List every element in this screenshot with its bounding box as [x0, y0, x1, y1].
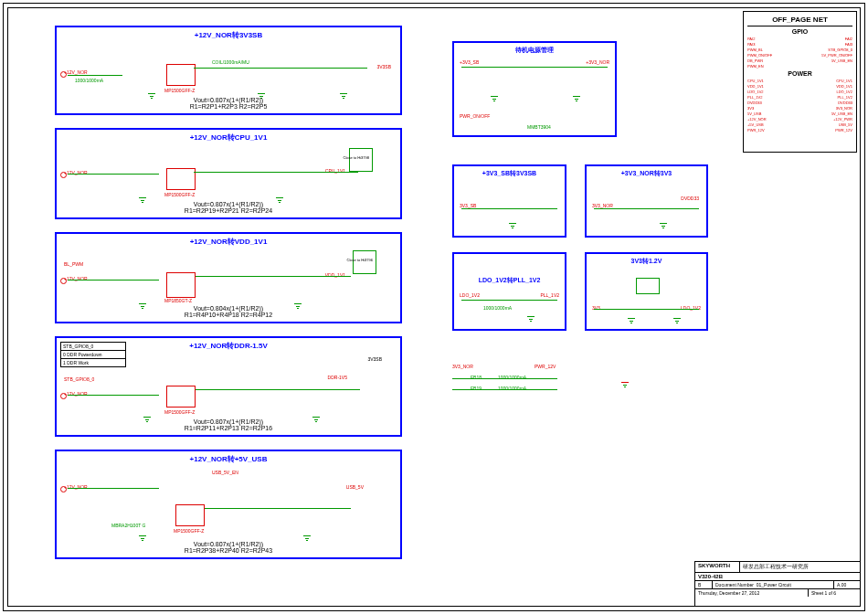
- offpage-title: OFF_PAGE NET: [747, 16, 852, 26]
- net-row: DVDD33DVDD33: [747, 101, 852, 105]
- net-input: +12V_NOR: [64, 484, 88, 490]
- placement-note: Close to Hi3798: [344, 155, 369, 160]
- net-out: DVDD33: [681, 196, 699, 201]
- net-input: +12V_NOR: [64, 170, 88, 175]
- block-title: +3V3_SB转3V3SB: [454, 169, 565, 178]
- gnd-icon: [660, 223, 667, 229]
- net-row: PLL_1V2PLL_1V2: [747, 95, 852, 100]
- net-output: VDD_1V1: [325, 272, 345, 278]
- model: V320-42B: [695, 573, 860, 580]
- gnd-icon: [573, 96, 580, 102]
- block-title: LDO_1V2转PLL_1V2: [454, 276, 565, 285]
- gnd-power-icon: [621, 382, 629, 388]
- gnd-icon: [628, 318, 635, 324]
- port-icon: [60, 172, 67, 178]
- net-row: PAI3FAI3: [747, 42, 852, 47]
- rev: A.00: [834, 581, 860, 588]
- inductor-label: COIL/1000mA/MU: [212, 59, 249, 65]
- gnd-icon: [673, 318, 681, 324]
- net-in: LDO_1V2: [460, 292, 480, 298]
- gnd-icon: [491, 96, 498, 102]
- size: B: [695, 581, 713, 588]
- chip-partnum: MP1500GFF-Z: [164, 192, 195, 197]
- ldo-chip: [636, 278, 660, 294]
- net-output: CPU_1V1: [325, 168, 345, 174]
- port-icon: [60, 486, 67, 492]
- table-header: STB_GPIO8_0: [61, 343, 125, 351]
- wire: [205, 508, 351, 509]
- department: 研发总部工程技术一研究所: [740, 562, 860, 572]
- block-3v3sb: +12V_NOR转3V3SB +12V_NOR 1000/1000mA MP15…: [55, 26, 402, 115]
- block-title: +12V_NOR转+5V_USB: [57, 454, 400, 464]
- note-box: [349, 148, 373, 172]
- wire: [68, 174, 159, 175]
- transistor-label: MMBT3904: [527, 124, 551, 130]
- gnd-icon: [509, 223, 516, 229]
- table-row: 0 DDR Powerdown: [61, 351, 125, 359]
- block-title: 待机电源管理: [454, 46, 615, 55]
- gpio-header: GPIO: [747, 28, 852, 35]
- net-row: VDD_1V1VDD_1V1: [747, 84, 852, 89]
- wire: [194, 172, 358, 173]
- wire: [194, 68, 367, 69]
- wire: [68, 488, 159, 489]
- block-title: +12V_NOR转VDD_1V1: [57, 237, 400, 247]
- title-block: SKYWORTH 研发总部工程技术一研究所 V320-42B B Documen…: [694, 561, 861, 607]
- wire: [68, 395, 159, 396]
- wire: [68, 280, 159, 281]
- net-out: +3V3_NOR: [586, 59, 609, 65]
- table-row: 1 DDR Work: [61, 359, 125, 366]
- block-3v3nor: +3V3_NOR转3V3 3V3_NOR DVDD33: [585, 164, 708, 238]
- ref-des: FB19: [471, 386, 482, 391]
- block-title: 3V3转1.2V: [587, 257, 706, 266]
- net-row: 5V_USB5V_USB_EN: [747, 111, 852, 116]
- net-row: +12V_NOR+12V_PWR: [747, 117, 852, 122]
- power-header: POWER: [747, 70, 852, 77]
- formula: Vout=0.807x(1+(R1/R2))R1=R2P11+R2P13 R2=…: [57, 418, 400, 431]
- wire: [461, 300, 557, 301]
- power-list: CPU_1V1CPU_1V1 VDD_1V1VDD_1V1 LDO_1V2LDO…: [747, 79, 852, 132]
- net-3v3sb-tap: 3V3SB: [367, 356, 382, 362]
- net-in: +3V3_SB: [460, 59, 479, 65]
- regulator-chip: [166, 64, 196, 86]
- block-standby-mgmt: 待机电源管理 +3V3_SB +3V3_NOR PWR_ON/OFF MMBT3…: [452, 41, 617, 137]
- port-icon: [60, 393, 67, 399]
- wire: [461, 208, 557, 209]
- ref-des: FB18: [471, 375, 482, 380]
- regulator-chip: [166, 386, 196, 408]
- net-label: PWR_12V: [535, 364, 556, 369]
- ddr-state-table: STB_GPIO8_0 0 DDR Powerdown 1 DDR Work: [60, 342, 126, 367]
- date: Thursday, December 27, 2012: [695, 589, 809, 597]
- net-pwronoff: PWR_ON/OFF: [460, 113, 490, 119]
- formula: Vout=0.804x(1+(R1/R2))R1=R4P10+R4P18 R2=…: [57, 305, 400, 318]
- wire: [594, 208, 699, 209]
- net-in: 3V3: [592, 305, 600, 311]
- regulator-chip: [166, 168, 196, 190]
- net-output: USB_5V: [346, 484, 364, 490]
- block-3v3-to-1v2: 3V3转1.2V 3V3 LDO_1V2: [585, 252, 708, 331]
- docnum-label: Document Number 01_Power Circuit: [713, 581, 834, 588]
- gnd-icon: [527, 316, 535, 323]
- block-title: +12V_NOR转3V3SB: [57, 30, 400, 40]
- net-usben: USB_5V_EN: [212, 470, 238, 475]
- wire: [196, 389, 360, 390]
- block-cpu1v1: +12V_NOR转CPU_1V1 +12V_NOR MP1500GFF-Z Cl…: [55, 128, 402, 219]
- net-output: 3V3SB: [376, 64, 391, 69]
- chip-partnum: MP1500GFF-Z: [164, 409, 195, 415]
- block-title: +3V3_NOR转3V3: [587, 169, 706, 178]
- block-5vusb: +12V_NOR转+5V_USB +12V_NOR MP1500GFF-Z MB…: [55, 450, 402, 559]
- offpage-net-panel: OFF_PAGE NET GPIO PAI2FAI2 PAI3FAI3 PWM_…: [743, 11, 857, 153]
- formula: Vout=0.807x(1+(R1/R2))R1=R2P1+R2P3 R2=R2…: [57, 97, 400, 110]
- wire: [461, 67, 608, 68]
- net-row: 3V33V3_NOR: [747, 106, 852, 111]
- company: SKYWORTH: [695, 562, 740, 572]
- net-out: PLL_1V2: [540, 292, 559, 298]
- value: 1000/1000mA: [498, 386, 526, 391]
- formula: Vout=0.807x(1+(R1/R2))R1=R2P19+R2P21 R2=…: [57, 201, 400, 214]
- net-row: CPU_1V1CPU_1V1: [747, 79, 852, 83]
- placement-note: Close to Hi3796: [347, 258, 373, 262]
- net-row: PWR_12VPWR_12V: [747, 128, 852, 132]
- block-3v3sb-copy: +3V3_SB转3V3SB 3V3_SB: [452, 164, 566, 238]
- net-out: LDO_1V2: [681, 305, 701, 311]
- ferrite-label: 1000/1000mA: [75, 78, 103, 83]
